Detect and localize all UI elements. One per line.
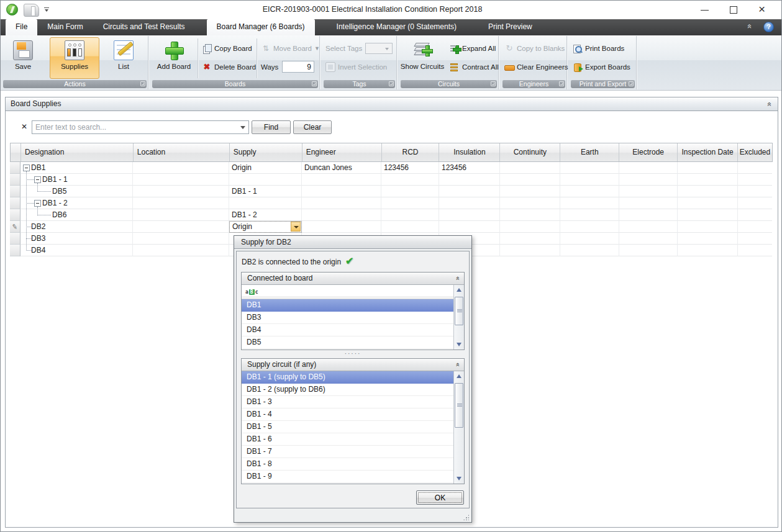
dialog-launcher-icon[interactable] [312, 81, 317, 86]
row-selector[interactable] [10, 209, 20, 221]
search-dropdown-icon[interactable] [240, 126, 245, 129]
tab-main-form[interactable]: Main Form [37, 19, 93, 35]
list-item[interactable]: DB1 - 2 (supply to DB6) [242, 384, 453, 396]
supply-circuit-header[interactable]: Supply circuit (if any)» [242, 359, 464, 371]
copy-to-blanks-button[interactable]: ↻Copy to Blanks [502, 42, 570, 55]
list-item[interactable]: DB3 [242, 312, 453, 324]
list-item[interactable]: DB1 - 9 [242, 471, 453, 483]
dialog-launcher-icon[interactable] [140, 81, 145, 86]
column-header-location[interactable]: Location [134, 143, 230, 161]
copy-board-button[interactable]: Copy Board [200, 42, 255, 55]
scroll-thumb[interactable] [455, 383, 463, 428]
combo-dropdown-icon[interactable] [291, 222, 301, 232]
maximize-button[interactable] [719, 1, 748, 19]
column-header-insulation[interactable]: Insulation [439, 143, 500, 161]
column-header-designation[interactable]: Designation [21, 143, 134, 161]
dialog-launcher-icon[interactable] [559, 81, 564, 86]
filter-row[interactable]: aBc [242, 285, 464, 297]
tags-combo[interactable] [365, 43, 393, 54]
row-selector[interactable] [10, 162, 20, 174]
find-button[interactable]: Find [252, 120, 291, 134]
supplies-button[interactable]: Supplies [50, 37, 99, 79]
tab-intelligence-manager[interactable]: Intelligence Manager (0 Statements) [327, 19, 466, 35]
table-row[interactable]: DB1 Origin Duncan Jones 123456 123456 [10, 162, 773, 174]
tab-file[interactable]: File [6, 19, 37, 35]
list-item[interactable]: DB1 - 3 [242, 396, 453, 408]
row-selector[interactable] [10, 186, 20, 197]
column-header-inspection-date[interactable]: Inspection Date [678, 143, 738, 161]
tab-print-preview[interactable]: Print Preview [478, 19, 542, 35]
table-row[interactable]: DB5 DB1 - 1 [10, 186, 773, 197]
ok-button[interactable]: OK [416, 490, 464, 505]
column-header-electrode[interactable]: Electrode [619, 143, 678, 161]
splitter-handle[interactable]: ····· [241, 350, 465, 358]
list-item[interactable]: DB1 - 1 (supply to DB5) [242, 371, 453, 384]
show-circuits-button[interactable]: Show Circuits [401, 37, 444, 79]
list-item[interactable]: DB1 - 5 [242, 421, 453, 433]
list-button[interactable]: List [104, 37, 143, 79]
scrollbar[interactable] [453, 371, 464, 484]
list-item[interactable]: DB5 [242, 336, 453, 349]
dialog-launcher-icon[interactable] [491, 81, 496, 86]
resize-grip-icon[interactable] [461, 513, 469, 520]
row-selector[interactable] [10, 174, 20, 186]
row-selector[interactable] [10, 245, 20, 256]
table-row[interactable]: ✎ DB2 Origin [10, 221, 773, 233]
quick-access-dropdown-icon[interactable] [44, 7, 49, 12]
ways-input[interactable]: 9 [282, 61, 314, 73]
scroll-down-icon[interactable] [454, 474, 464, 484]
table-row[interactable]: DB1 - 2 [10, 197, 773, 209]
scroll-up-icon[interactable] [454, 371, 464, 381]
delete-board-button[interactable]: ✖Delete Board [200, 60, 255, 73]
table-row[interactable]: DB1 - 1 [10, 174, 773, 186]
column-header-rcd[interactable]: RCD [382, 143, 440, 161]
close-button[interactable]: × [748, 1, 778, 19]
tab-board-manager[interactable]: Board Manager (6 Boards) [207, 19, 315, 35]
search-input[interactable] [32, 120, 249, 134]
collapse-ribbon-icon[interactable]: » [744, 22, 754, 33]
column-header-continuity[interactable]: Continuity [500, 143, 560, 161]
expand-all-button[interactable]: Expand All [448, 42, 501, 55]
list-item[interactable]: DB1 - 7 [242, 446, 453, 458]
board-supplies-panel-header[interactable]: Board Supplies» [5, 97, 778, 111]
row-selector[interactable]: ✎ [10, 221, 20, 233]
column-header-earth[interactable]: Earth [560, 143, 619, 161]
invert-selection-button[interactable]: Invert Selection [324, 60, 394, 73]
export-boards-button[interactable]: Export Boards [571, 60, 632, 73]
help-icon[interactable]: ? [763, 22, 774, 32]
column-header-supply[interactable]: Supply [230, 143, 302, 161]
supply-combo-editor[interactable]: Origin [229, 221, 302, 233]
list-item[interactable]: DB1 - 6 [242, 433, 453, 446]
contract-all-button[interactable]: Contract All [448, 60, 501, 73]
collapse-panel-icon[interactable]: » [767, 97, 771, 111]
collapse-section-icon[interactable]: » [455, 273, 459, 284]
list-item[interactable]: DB1 [242, 299, 453, 312]
scroll-thumb[interactable] [455, 297, 463, 325]
app-icon[interactable] [6, 4, 18, 16]
quick-access-icon[interactable] [24, 4, 39, 17]
save-button[interactable]: Save [3, 37, 43, 79]
clear-button[interactable]: Clear [293, 120, 332, 134]
clear-engineers-button[interactable]: Clear Engineers [502, 60, 570, 73]
connected-to-board-header[interactable]: Connected to board» [242, 273, 464, 285]
table-row[interactable]: DB6 DB1 - 2 [10, 209, 773, 221]
row-selector[interactable] [10, 233, 20, 245]
scroll-up-icon[interactable] [454, 285, 464, 295]
scrollbar[interactable] [453, 285, 464, 349]
add-board-button[interactable]: Add Board [152, 37, 196, 79]
column-header-excluded[interactable]: Excluded [738, 143, 772, 161]
tab-circuits-and-test-results[interactable]: Circuits and Test Results [93, 19, 195, 35]
dialog-launcher-icon[interactable] [629, 81, 634, 86]
list-item[interactable]: DB4 [242, 324, 453, 336]
list-item[interactable]: DB1 - 4 [242, 408, 453, 421]
column-header-engineer[interactable]: Engineer [302, 143, 382, 161]
minimize-button[interactable] [690, 1, 719, 19]
scroll-down-icon[interactable] [454, 340, 464, 349]
popup-title-bar[interactable]: Supply for DB2 [234, 236, 471, 249]
dialog-launcher-icon[interactable] [389, 81, 394, 86]
move-board-button[interactable]: ⇅Move Board▼ [259, 42, 316, 55]
row-selector[interactable] [10, 197, 20, 209]
print-boards-button[interactable]: Print Boards [571, 42, 632, 55]
collapse-section-icon[interactable]: » [455, 359, 459, 371]
clear-search-icon[interactable]: ✕ [21, 122, 27, 131]
